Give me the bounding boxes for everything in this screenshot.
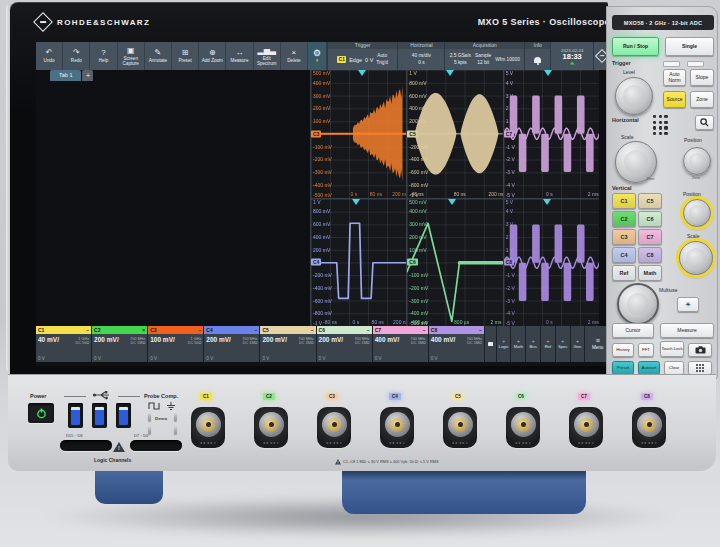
toolbar-measure-button[interactable]: ↔Measure xyxy=(226,42,253,70)
vertical-key-c3[interactable]: C3 xyxy=(612,229,636,245)
demo-pin-2[interactable] xyxy=(174,426,177,434)
app-button-logic[interactable]: +Logic xyxy=(497,326,512,362)
minimize-icon[interactable]: − xyxy=(423,326,426,334)
probe-comp-pin-1[interactable] xyxy=(148,413,151,421)
vertical-key-c4[interactable]: C4 xyxy=(612,247,636,263)
zoom-button[interactable] xyxy=(695,115,714,130)
channel-box-C8[interactable]: C8−400 mV/700 MHzDC 1MΩ0 V xyxy=(429,326,485,362)
trigger-level-knob[interactable] xyxy=(615,77,653,115)
scope-panel-C5[interactable]: 1 V800 mV600 mV400 mV200 mVC5-200 mV-400… xyxy=(407,70,502,198)
minimize-icon[interactable]: − xyxy=(367,326,370,334)
vertical-key-c8[interactable]: C8 xyxy=(638,247,662,263)
trigger-position-marker[interactable] xyxy=(544,70,552,76)
logic-connector-1[interactable] xyxy=(60,440,112,451)
zone-button[interactable]: Zone xyxy=(690,91,714,108)
minimize-icon[interactable]: − xyxy=(255,326,258,334)
channel-box-C4[interactable]: C4−200 mV/700 MHzDC 1MΩ0 V xyxy=(204,326,260,362)
autoset-button[interactable]: Autoset xyxy=(638,361,660,375)
bnc-connector-c7[interactable] xyxy=(569,407,603,448)
bnc-connector-c8[interactable] xyxy=(632,407,666,448)
channel-box-C5[interactable]: C5−200 mV/700 MHzDC 1MΩ0 V xyxy=(260,326,316,362)
channel-marker-C4[interactable]: C4 xyxy=(311,259,321,266)
fft-button[interactable]: FFT xyxy=(638,343,654,357)
toolbar-edit-spectrum-button[interactable]: ▂▅▃Edit Spectrum xyxy=(254,42,281,70)
channel-box-C1[interactable]: C1−40 mV/1 GHzDC 50Ω0 V xyxy=(36,326,92,362)
usb-port-2[interactable] xyxy=(92,403,107,428)
close-icon[interactable]: × xyxy=(142,326,145,334)
minimize-icon[interactable]: − xyxy=(311,326,314,334)
clear-button[interactable]: Clear xyxy=(664,361,684,375)
add-tab-button[interactable]: + xyxy=(82,70,93,81)
channel-marker-C3[interactable]: C3 xyxy=(311,130,321,137)
status-acquisition[interactable]: Acquisition 2.5 GSa/s 5 kpts Sample 12 b… xyxy=(444,42,524,70)
channel-marker-C8[interactable]: C8 xyxy=(504,259,514,266)
history-button[interactable]: History xyxy=(612,343,634,357)
app-button-ref[interactable]: +Ref xyxy=(541,326,556,362)
app-button-math[interactable]: +Math xyxy=(511,326,526,362)
measure-button[interactable]: Measure xyxy=(660,323,714,338)
run-stop-button[interactable]: Run / Stop xyxy=(612,37,659,56)
scope-panel-C4[interactable]: 1 V800 mV600 mV400 mV200 mVC4-200 mV-400… xyxy=(311,199,406,327)
bnc-connector-c4[interactable] xyxy=(380,407,414,448)
channel-box-C3[interactable]: C3−100 mV/1 GHzDC 50Ω0 V xyxy=(148,326,204,362)
bnc-connector-c3[interactable] xyxy=(317,407,351,448)
horizontal-position-knob[interactable] xyxy=(683,147,711,175)
status-clock[interactable]: 2023-02-24 18:33 xyxy=(550,42,593,70)
status-horizontal[interactable]: Horizontal 40 ns/div 0 s xyxy=(397,42,444,70)
multiuse-knob[interactable] xyxy=(617,283,659,325)
vertical-key-math[interactable]: Math xyxy=(638,265,662,281)
trigger-position-marker[interactable] xyxy=(358,70,366,76)
touch-lock-button[interactable]: Touch Lock xyxy=(660,341,684,357)
apps-button[interactable] xyxy=(688,361,712,375)
toolbar-redo-button[interactable]: ↷Redo xyxy=(63,42,90,70)
minimize-icon[interactable]: − xyxy=(479,326,482,334)
auto-norm-button[interactable]: Auto Norm xyxy=(663,69,686,86)
vertical-key-c5[interactable]: C5 xyxy=(638,193,662,209)
demo-pin-1[interactable] xyxy=(148,426,151,434)
toolbar-delete-button[interactable]: ×Delete xyxy=(281,42,308,70)
channel-marker-C5[interactable]: C5 xyxy=(407,130,417,137)
toolbar-annotate-button[interactable]: ✎Annotate xyxy=(145,42,172,70)
bnc-connector-c1[interactable] xyxy=(191,407,225,448)
trigger-position-marker[interactable] xyxy=(446,70,454,76)
slope-button[interactable]: Slope xyxy=(690,69,714,86)
scope-panel-C3[interactable]: 500 mV400 mV300 mV200 mV100 mVC3-100 mV-… xyxy=(311,70,406,198)
scope-panel-C7[interactable]: 5 V4 V3 V2 V1 VC7-1 V-2 V-3 V-4 V-5 V0 s… xyxy=(504,70,599,198)
vertical-position-knob[interactable] xyxy=(683,199,711,227)
trigger-position-marker[interactable] xyxy=(543,199,551,205)
tab-1[interactable]: Tab 1 xyxy=(50,70,81,81)
toolbar-undo-button[interactable]: ↶Undo xyxy=(36,42,63,70)
camera-button[interactable] xyxy=(688,343,712,357)
status-info[interactable]: Info xyxy=(524,42,550,70)
bnc-connector-c6[interactable] xyxy=(506,407,540,448)
scope-panel-C6[interactable]: 500 mV400 mV300 mV200 mV100 mVC6-100 mV-… xyxy=(407,199,502,327)
touchscreen[interactable]: ↶Undo↷Redo?Help▣Screen Capture✎Annotate⊞… xyxy=(36,42,610,366)
channel-marker-C6[interactable]: C6 xyxy=(407,259,417,266)
toolbar-help-button[interactable]: ?Help xyxy=(90,42,117,70)
usb-port-3[interactable] xyxy=(116,403,131,428)
single-button[interactable]: Single xyxy=(665,37,714,56)
toolbar-screen-capture-button[interactable]: ▣Screen Capture xyxy=(118,42,145,70)
trigger-position-marker[interactable] xyxy=(448,199,456,205)
app-button-spec[interactable]: +Spec xyxy=(556,326,571,362)
display-tile-button[interactable] xyxy=(485,326,497,362)
trigger-position-marker[interactable] xyxy=(352,199,360,205)
channel-marker-C7[interactable]: C7 xyxy=(504,130,514,137)
cursor-button[interactable]: Cursor xyxy=(612,323,654,338)
channel-box-C6[interactable]: C6−200 mV/700 MHzDC 1MΩ0 V xyxy=(317,326,373,362)
status-trigger[interactable]: Trigger C1 Edge 0 V Auto Trig'd xyxy=(327,42,397,70)
settings-button[interactable]: ⚙ ▾ xyxy=(308,42,327,70)
vertical-scale-knob[interactable] xyxy=(679,241,713,275)
source-button[interactable]: Source xyxy=(663,91,686,108)
logic-connector-2[interactable] xyxy=(130,440,182,451)
vertical-key-c1[interactable]: C1 xyxy=(612,193,636,209)
bnc-connector-c2[interactable] xyxy=(254,407,288,448)
channel-box-C7[interactable]: C7−400 mV/700 MHzDC 1MΩ0 V xyxy=(373,326,429,362)
toolbar-add-zoom-button[interactable]: ⊕Add Zoom xyxy=(199,42,226,70)
usb-port-1[interactable] xyxy=(68,403,83,428)
bnc-connector-c5[interactable] xyxy=(443,407,477,448)
app-button-bus[interactable]: +Bus xyxy=(526,326,541,362)
vertical-key-c6[interactable]: C6 xyxy=(638,211,662,227)
minimize-icon[interactable]: − xyxy=(86,326,89,334)
scope-panel-C8[interactable]: 5 V4 V3 V2 V1 VC8-1 V-2 V-3 V-4 V-5 V0 s… xyxy=(504,199,599,327)
